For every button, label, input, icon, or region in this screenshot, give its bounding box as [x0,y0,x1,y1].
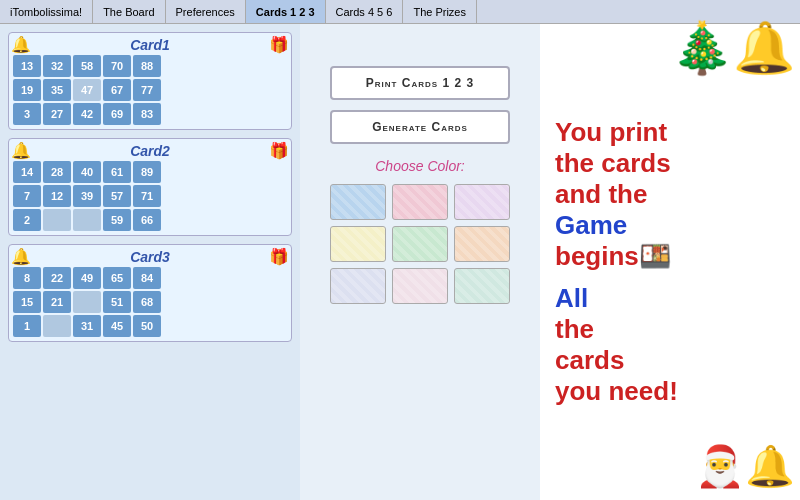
bingo-grid: 13325870881935476777327426983 [13,55,287,125]
color-swatch-6[interactable] [454,226,510,262]
bingo-cell: 69 [103,103,131,125]
xmas-top-deco: 🎄🔔 [671,19,795,77]
bingo-cell: 89 [133,161,161,183]
bingo-cell: 31 [73,315,101,337]
bingo-cell: 71 [133,185,161,207]
nav-tab-cards-4-5-6[interactable]: Cards 4 5 6 [326,0,404,23]
choose-color-label: Choose Color: [375,158,465,174]
promo-panel: 🎄🔔 You print the cards and the Game begi… [540,24,800,500]
bingo-cell: 12 [43,185,71,207]
color-swatch-5[interactable] [392,226,448,262]
bingo-cell: 68 [133,291,161,313]
bingo-cell: 88 [133,55,161,77]
bingo-cell: 45 [103,315,131,337]
card-bell-left: 🔔 [11,141,31,160]
bingo-cell: 65 [103,267,131,289]
bingo-cell: 7 [13,185,41,207]
promo-text: You print the cards and the Game begins🍱 [555,117,785,273]
generate-cards-button[interactable]: Generate Cards [330,110,510,144]
bingo-cell: 66 [133,209,161,231]
color-swatch-9[interactable] [454,268,510,304]
xmas-bottom-deco: 🎅🔔 [695,443,795,490]
bingo-cell: 49 [73,267,101,289]
bingo-cell: 83 [133,103,161,125]
card-bell-left: 🔔 [11,247,31,266]
bingo-card-2: 🔔🎁Card2142840618971239577125966 [8,138,292,236]
card-gift-right: 🎁 [269,35,289,54]
bingo-grid: 822496584152151681314550 [13,267,287,337]
bingo-cell: 77 [133,79,161,101]
middle-panel: Print Cards 1 2 3 Generate Cards Choose … [300,24,540,500]
color-swatch-1[interactable] [330,184,386,220]
promo-text-2: All the cards you need! [555,283,785,408]
card-gift-right: 🎁 [269,141,289,160]
bingo-cell: 22 [43,267,71,289]
card-bell-left: 🔔 [11,35,31,54]
bingo-cell: 58 [73,55,101,77]
card-title: Card1 [13,37,287,53]
color-swatch-3[interactable] [454,184,510,220]
bingo-cell [43,209,71,231]
bingo-cell: 39 [73,185,101,207]
bingo-cell: 61 [103,161,131,183]
bingo-cell [73,291,101,313]
main-content: 🔔🎁Card113325870881935476777327426983🔔🎁Ca… [0,24,800,500]
color-swatch-7[interactable] [330,268,386,304]
bingo-cell: 2 [13,209,41,231]
bingo-cell: 21 [43,291,71,313]
card-title: Card3 [13,249,287,265]
bingo-cell: 3 [13,103,41,125]
card-gift-right: 🎁 [269,247,289,266]
bingo-cell: 8 [13,267,41,289]
bingo-cell: 50 [133,315,161,337]
bingo-cell: 51 [103,291,131,313]
bingo-cell: 28 [43,161,71,183]
bingo-cell: 19 [13,79,41,101]
bingo-card-3: 🔔🎁Card3822496584152151681314550 [8,244,292,342]
bingo-cell: 57 [103,185,131,207]
color-swatch-2[interactable] [392,184,448,220]
bingo-cell: 13 [13,55,41,77]
bingo-cell: 67 [103,79,131,101]
bingo-cell: 47 [73,79,101,101]
bingo-cell: 42 [73,103,101,125]
bingo-grid: 142840618971239577125966 [13,161,287,231]
bingo-cell: 14 [13,161,41,183]
card-title: Card2 [13,143,287,159]
bingo-cell: 32 [43,55,71,77]
nav-tab-preferences[interactable]: Preferences [166,0,246,23]
bingo-card-1: 🔔🎁Card113325870881935476777327426983 [8,32,292,130]
nav-tab-the-prizes[interactable]: The Prizes [403,0,477,23]
nav-tab-itombolissima![interactable]: iTombolissima! [0,0,93,23]
bingo-cell: 1 [13,315,41,337]
bingo-cell [43,315,71,337]
bingo-cell: 59 [103,209,131,231]
nav-tab-the-board[interactable]: The Board [93,0,165,23]
nav-tab-cards-1-2-3[interactable]: Cards 1 2 3 [246,0,326,23]
color-swatch-8[interactable] [392,268,448,304]
bingo-cell: 84 [133,267,161,289]
bingo-cell: 70 [103,55,131,77]
bingo-cell: 15 [13,291,41,313]
bingo-cell: 40 [73,161,101,183]
swatches-grid [330,184,510,304]
bingo-cell: 27 [43,103,71,125]
color-swatch-4[interactable] [330,226,386,262]
cards-panel: 🔔🎁Card113325870881935476777327426983🔔🎁Ca… [0,24,300,500]
bingo-cell [73,209,101,231]
bingo-cell: 35 [43,79,71,101]
print-cards-button[interactable]: Print Cards 1 2 3 [330,66,510,100]
